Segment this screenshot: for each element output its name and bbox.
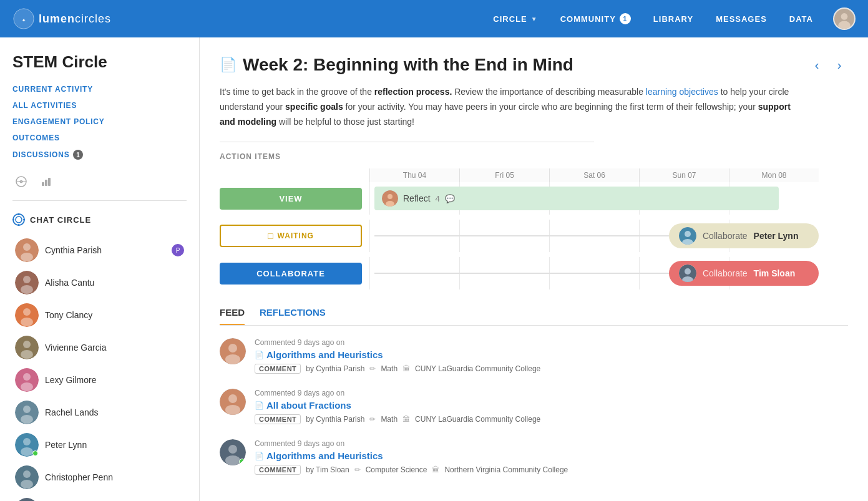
svg-point-54 bbox=[225, 354, 240, 364]
sidebar-outcomes[interactable]: OUTCOMES bbox=[12, 130, 187, 145]
logo[interactable]: ✦ lumencircles bbox=[12, 7, 111, 30]
reflect-bar: Reflect 4 💬 bbox=[374, 187, 779, 210]
member-item[interactable]: Tim Sloan bbox=[12, 494, 187, 501]
chat-circle-title: CHAT CIRCLE bbox=[30, 215, 91, 225]
feed-activity-link[interactable]: Algorithms and Heuristics bbox=[266, 349, 383, 360]
user-avatar-icon bbox=[834, 9, 854, 29]
member-avatar-icon bbox=[15, 401, 39, 424]
svg-point-18 bbox=[21, 253, 33, 261]
doc-icon-sm: 📄 bbox=[255, 351, 264, 359]
timeline-col-sun: Sun 07 bbox=[639, 168, 729, 182]
feed-activity-link[interactable]: All about Fractions bbox=[266, 400, 351, 411]
link-icon bbox=[16, 176, 27, 187]
svg-point-47 bbox=[685, 231, 691, 237]
discussions-badge: 1 bbox=[73, 150, 83, 160]
collaborate-waiting-line bbox=[374, 273, 669, 274]
timeline-col-thu: Thu 04 bbox=[369, 168, 459, 182]
member-item[interactable]: Cynthia Parish P bbox=[12, 235, 187, 266]
doc-icon: 📄 bbox=[220, 57, 237, 73]
sidebar-discussions[interactable]: DISCUSSIONS 1 bbox=[12, 147, 187, 163]
waiting-button[interactable]: □ WAITING bbox=[220, 225, 362, 247]
institution-icon: 🏛 bbox=[402, 364, 410, 373]
next-page-button[interactable]: › bbox=[831, 56, 848, 74]
prev-page-button[interactable]: ‹ bbox=[808, 56, 826, 74]
svg-point-10 bbox=[13, 214, 24, 225]
member-list: Cynthia Parish P Alisha Cantu Tony Clanc… bbox=[12, 235, 187, 501]
tim-bar-line: Collaborate Tim Sloan bbox=[369, 261, 819, 286]
svg-point-56 bbox=[228, 394, 237, 403]
sidebar-nav: CURRENT ACTIVITY ALL ACTIVITIES ENGAGEME… bbox=[12, 82, 187, 163]
svg-point-36 bbox=[21, 447, 33, 456]
svg-point-3 bbox=[841, 13, 848, 20]
member-item[interactable]: Vivienne Garcia bbox=[12, 332, 187, 363]
comment-tag: COMMENT bbox=[255, 414, 301, 424]
community-badge: 1 bbox=[620, 13, 631, 24]
svg-rect-7 bbox=[42, 182, 44, 186]
tim-track: Collaborate Tim Sloan bbox=[369, 257, 819, 289]
subject-icon: ✏ bbox=[369, 364, 376, 373]
member-avatar-icon bbox=[15, 271, 39, 294]
sidebar-title: STEM Circle bbox=[12, 52, 187, 72]
peter-bar-name: Peter Lynn bbox=[754, 231, 799, 241]
user-avatar-nav[interactable] bbox=[833, 7, 856, 30]
peter-track: Collaborate Peter Lynn bbox=[369, 220, 819, 252]
member-avatar bbox=[15, 465, 39, 489]
svg-point-59 bbox=[228, 445, 237, 454]
tim-collab-avatar bbox=[679, 265, 696, 282]
member-item[interactable]: Tony Clancy bbox=[12, 299, 187, 331]
peter-avatar-icon bbox=[679, 227, 696, 245]
feed-activity-link[interactable]: Algorithms and Heuristics bbox=[266, 450, 383, 461]
online-indicator bbox=[32, 450, 38, 456]
feed-tabs: FEED REFLECTIONS bbox=[220, 307, 848, 326]
feed-item: Commented 9 days ago on 📄 Algorithms and… bbox=[220, 338, 848, 374]
timeline-col-mon: Mon 08 bbox=[729, 168, 819, 182]
member-item[interactable]: Alisha Cantu bbox=[12, 267, 187, 298]
tab-reflections[interactable]: REFLECTIONS bbox=[260, 307, 326, 325]
nav-messages[interactable]: MESSAGES bbox=[706, 9, 777, 29]
waiting-button-cell: □ WAITING bbox=[220, 225, 369, 247]
page-nav-arrows: ‹ › bbox=[808, 56, 848, 74]
svg-point-60 bbox=[225, 455, 240, 465]
timeline-col-sat: Sat 06 bbox=[549, 168, 639, 182]
view-button[interactable]: VIEW bbox=[220, 188, 362, 210]
sidebar-current-activity[interactable]: CURRENT ACTIVITY bbox=[12, 82, 187, 97]
member-name: Lexy Gilmore bbox=[45, 375, 96, 385]
collaborate-button[interactable]: COLLABORATE bbox=[220, 263, 362, 285]
feed-subject: Computer Science bbox=[366, 465, 427, 474]
member-name: Vivienne Garcia bbox=[45, 343, 107, 353]
member-item[interactable]: Rachel Lands bbox=[12, 397, 187, 428]
member-avatar bbox=[15, 498, 39, 501]
sidebar-engagement-policy[interactable]: ENGAGEMENT POLICY bbox=[12, 114, 187, 129]
svg-point-14 bbox=[12, 219, 14, 221]
feed-title: 📄 Algorithms and Heuristics bbox=[255, 349, 848, 360]
comment-icon: 💬 bbox=[445, 194, 455, 203]
link-icon-btn[interactable] bbox=[12, 173, 30, 190]
peter-collab-bar: Collaborate Peter Lynn bbox=[669, 223, 819, 248]
member-name: Alisha Cantu bbox=[45, 278, 94, 288]
feed-item: Commented 9 days ago on 📄 All about Frac… bbox=[220, 389, 848, 424]
member-item[interactable]: Peter Lynn bbox=[12, 429, 187, 460]
nav-circle[interactable]: CIRCLE ▼ bbox=[483, 9, 547, 29]
learning-objectives-link[interactable]: learning objectives bbox=[646, 87, 718, 97]
member-name: Cynthia Parish bbox=[45, 245, 102, 255]
chart-icon-btn[interactable] bbox=[37, 173, 55, 190]
member-item[interactable]: Christopher Penn bbox=[12, 462, 187, 493]
nav-library[interactable]: LIBRARY bbox=[643, 9, 703, 29]
tab-feed[interactable]: FEED bbox=[220, 307, 245, 325]
nav-community[interactable]: COMMUNITY 1 bbox=[550, 8, 641, 29]
member-avatar bbox=[15, 303, 39, 327]
member-item[interactable]: Lexy Gilmore bbox=[12, 364, 187, 396]
doc-icon-sm: 📄 bbox=[255, 452, 264, 460]
sidebar-all-activities[interactable]: ALL ACTIVITIES bbox=[12, 98, 187, 113]
svg-point-33 bbox=[21, 415, 33, 424]
nav-data[interactable]: DATA bbox=[779, 9, 823, 29]
divider bbox=[220, 142, 594, 142]
svg-point-12 bbox=[18, 213, 20, 215]
reflect-label: Reflect bbox=[403, 193, 431, 203]
feed-meta: Commented 9 days ago on bbox=[255, 389, 848, 397]
action-items-label: ACTION ITEMS bbox=[220, 152, 848, 161]
feed-title: 📄 Algorithms and Heuristics bbox=[255, 450, 848, 461]
svg-point-17 bbox=[23, 243, 31, 251]
feed-online-dot bbox=[239, 459, 245, 465]
svg-point-44 bbox=[388, 194, 393, 199]
